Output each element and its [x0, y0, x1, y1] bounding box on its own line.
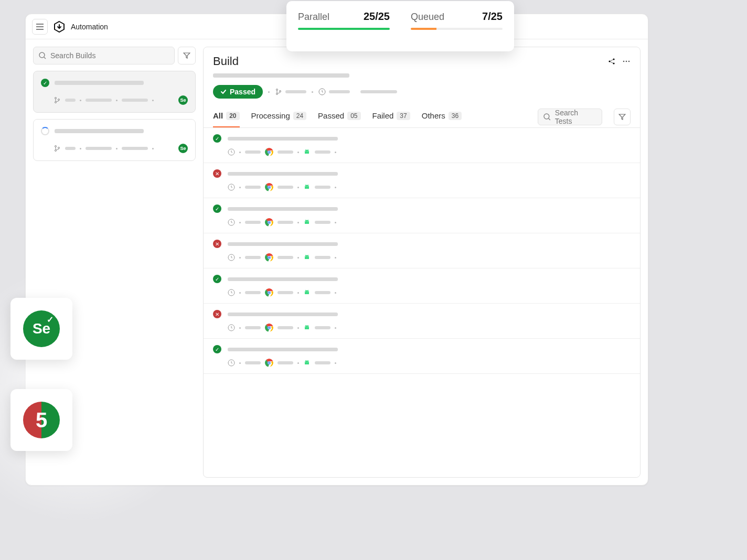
- chrome-icon: [265, 218, 273, 227]
- test-row[interactable]: ✕: [204, 233, 640, 268]
- test-row[interactable]: ✕: [204, 163, 640, 198]
- android-icon: [303, 148, 311, 156]
- chrome-icon: [265, 288, 273, 297]
- chrome-icon: [265, 253, 273, 262]
- clock-icon: [318, 88, 326, 95]
- test-name-skeleton: [228, 313, 338, 316]
- filter-builds-button[interactable]: [178, 47, 196, 64]
- svg-point-22: [268, 151, 270, 153]
- test-name-skeleton: [228, 172, 338, 176]
- tab-count: 37: [397, 112, 410, 120]
- svg-point-10: [623, 61, 625, 62]
- tab-failed[interactable]: Failed37: [372, 106, 410, 127]
- filter-icon: [618, 113, 626, 121]
- svg-point-64: [268, 362, 270, 364]
- share-button[interactable]: [607, 57, 616, 66]
- svg-point-11: [626, 61, 627, 62]
- filter-tests-button[interactable]: [614, 109, 631, 125]
- more-button[interactable]: [622, 57, 631, 66]
- search-builds-placeholder: Search Builds: [50, 51, 95, 60]
- status-loading-icon: [41, 127, 49, 135]
- tab-count: 20: [226, 112, 239, 120]
- chrome-icon: [265, 148, 273, 156]
- clock-icon: [228, 289, 235, 296]
- junit5-icon: 5: [23, 402, 60, 438]
- svg-point-57: [268, 327, 270, 329]
- build-meta-branch: [275, 88, 306, 95]
- svg-point-1: [55, 98, 57, 99]
- test-row[interactable]: ✓: [204, 268, 640, 304]
- tab-others[interactable]: Others36: [422, 106, 462, 127]
- svg-point-3: [58, 99, 60, 101]
- build-meta-time: [318, 88, 350, 95]
- clock-icon: [228, 219, 235, 226]
- stat-parallel-label: Parallel: [298, 12, 329, 23]
- build-name-skeleton: [55, 81, 144, 85]
- menu-button[interactable]: [32, 19, 48, 35]
- status-pass-icon: ✓: [213, 345, 221, 353]
- svg-point-5: [55, 150, 57, 152]
- status-pass-icon: ✓: [213, 204, 221, 213]
- android-icon: [303, 289, 311, 296]
- svg-point-4: [55, 146, 57, 147]
- search-tests-input[interactable]: Search Tests: [538, 109, 602, 125]
- tab-all[interactable]: All20: [213, 106, 240, 127]
- search-builds-input[interactable]: Search Builds: [33, 47, 175, 64]
- svg-point-13: [276, 89, 278, 91]
- svg-point-7: [609, 60, 610, 62]
- test-row[interactable]: ✓: [204, 128, 640, 163]
- build-card[interactable]: Se: [33, 119, 196, 161]
- status-pass-icon: ✓: [213, 275, 221, 283]
- filter-icon: [183, 52, 190, 59]
- tab-label: Failed: [372, 111, 394, 120]
- svg-point-14: [276, 93, 278, 95]
- tab-passed[interactable]: Passed05: [318, 106, 360, 127]
- clock-icon: [228, 359, 235, 367]
- build-card[interactable]: ✓ Se: [33, 71, 196, 113]
- test-row[interactable]: ✕: [204, 304, 640, 339]
- svg-point-30: [305, 186, 306, 187]
- android-icon: [303, 359, 311, 367]
- junit5-card: 5: [10, 389, 72, 451]
- test-name-skeleton: [228, 348, 338, 351]
- svg-point-2: [55, 102, 57, 103]
- svg-point-59: [307, 327, 308, 327]
- svg-point-45: [307, 256, 308, 257]
- selenium-badge: Se: [178, 95, 188, 105]
- svg-point-24: [307, 151, 308, 152]
- svg-point-0: [39, 52, 45, 58]
- search-icon: [543, 113, 551, 121]
- search-icon: [39, 52, 46, 59]
- svg-point-51: [305, 292, 306, 292]
- status-fail-icon: ✕: [213, 240, 221, 248]
- svg-point-38: [307, 221, 308, 222]
- svg-point-12: [628, 61, 630, 62]
- svg-point-52: [307, 292, 308, 292]
- android-icon: [303, 254, 311, 261]
- svg-point-31: [307, 186, 308, 187]
- search-tests-placeholder: Search Tests: [555, 109, 596, 125]
- test-name-skeleton: [228, 242, 338, 246]
- stat-queued-label: Queued: [411, 12, 444, 23]
- status-pass-icon: ✓: [41, 79, 49, 87]
- build-subtitle-skeleton: [213, 73, 349, 78]
- svg-point-44: [305, 256, 306, 257]
- tab-label: Others: [422, 111, 445, 120]
- svg-point-23: [305, 151, 306, 152]
- test-row[interactable]: ✓: [204, 339, 640, 374]
- stat-parallel: Parallel 25/25: [298, 10, 390, 42]
- check-icon: [220, 89, 227, 95]
- selenium-badge: Se: [178, 144, 188, 153]
- svg-point-43: [268, 256, 270, 259]
- build-name-skeleton: [55, 129, 144, 133]
- svg-point-17: [544, 114, 549, 119]
- tab-label: Passed: [318, 111, 344, 120]
- test-row[interactable]: ✓: [204, 198, 640, 233]
- svg-point-15: [280, 91, 281, 92]
- build-status-label: Passed: [230, 88, 255, 96]
- svg-point-8: [613, 58, 614, 60]
- resource-stats-card: Parallel 25/25 Queued 7/25: [286, 1, 514, 51]
- tab-processing[interactable]: Processing24: [251, 106, 307, 127]
- stat-queued: Queued 7/25: [411, 10, 503, 42]
- build-panel: Build Passed: [203, 47, 641, 478]
